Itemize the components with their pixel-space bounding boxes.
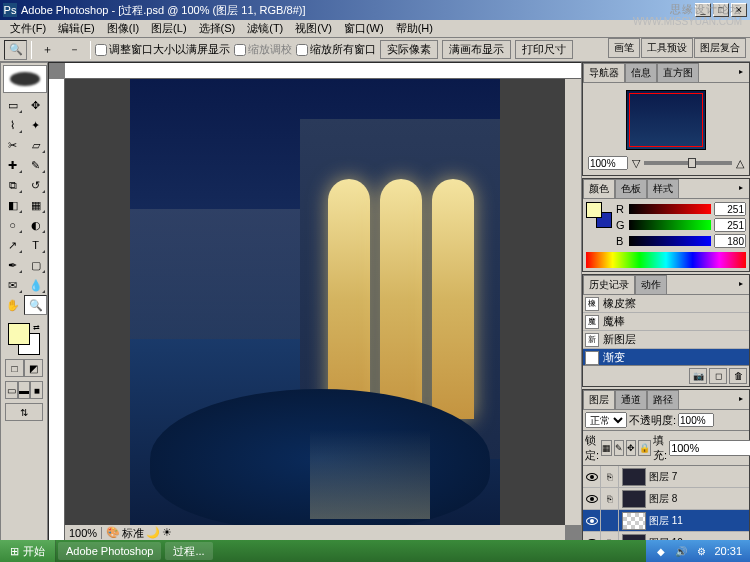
menu-file[interactable]: 文件(F) bbox=[4, 21, 52, 36]
tab-layers[interactable]: 图层 bbox=[583, 390, 615, 409]
tool-wand[interactable]: ✦ bbox=[24, 115, 47, 135]
zoom-in-small-icon[interactable]: △ bbox=[736, 157, 744, 170]
layer-link-icon[interactable]: ⎘ bbox=[601, 466, 619, 487]
tool-lasso[interactable]: ⌇ bbox=[1, 115, 24, 135]
screen-mode-icon[interactable]: 🎨 bbox=[106, 526, 120, 541]
mode-sun-icon[interactable]: ☀ bbox=[162, 526, 172, 541]
document-canvas[interactable] bbox=[130, 79, 500, 525]
menu-edit[interactable]: 编辑(E) bbox=[52, 21, 101, 36]
mode-moon-icon[interactable]: 🌙 bbox=[146, 526, 160, 541]
panel-menu-icon[interactable]: ▸ bbox=[735, 392, 747, 404]
g-slider[interactable] bbox=[629, 220, 711, 230]
layer-visibility-icon[interactable] bbox=[583, 488, 601, 509]
tool-eraser[interactable]: ◧ bbox=[1, 195, 24, 215]
tool-marquee[interactable]: ▭ bbox=[1, 95, 24, 115]
history-new-icon[interactable]: ◻ bbox=[709, 368, 727, 384]
layer-row[interactable]: 图层 11 bbox=[583, 510, 749, 532]
btn-actual-pixels[interactable]: 实际像素 bbox=[380, 40, 438, 59]
layer-thumbnail[interactable] bbox=[622, 490, 646, 508]
color-swatches[interactable]: ⇄ bbox=[8, 323, 40, 355]
tab-actions[interactable]: 动作 bbox=[635, 275, 667, 294]
doctab-brushes[interactable]: 画笔 bbox=[608, 38, 640, 58]
b-input[interactable] bbox=[714, 234, 746, 248]
swap-colors-icon[interactable]: ⇄ bbox=[33, 323, 40, 332]
current-tool-icon[interactable]: 🔍 bbox=[4, 40, 27, 60]
tool-notes[interactable]: ✉ bbox=[1, 275, 24, 295]
lock-pixels-icon[interactable]: ✎ bbox=[614, 440, 624, 456]
tool-brush[interactable]: ✎ bbox=[24, 155, 47, 175]
panel-menu-icon[interactable]: ▸ bbox=[735, 181, 747, 193]
menu-select[interactable]: 选择(S) bbox=[193, 21, 242, 36]
history-delete-icon[interactable]: 🗑 bbox=[729, 368, 747, 384]
lock-all-icon[interactable]: 🔒 bbox=[638, 440, 651, 456]
layer-thumbnail[interactable] bbox=[622, 468, 646, 486]
layer-visibility-icon[interactable] bbox=[583, 510, 601, 531]
history-item[interactable]: 渐渐变 bbox=[583, 349, 749, 365]
layer-row[interactable]: ⎘图层 7 bbox=[583, 466, 749, 488]
tool-history-brush[interactable]: ↺ bbox=[24, 175, 47, 195]
edit-quickmask-mode[interactable]: ◩ bbox=[24, 359, 43, 377]
tool-slice[interactable]: ▱ bbox=[24, 135, 47, 155]
task-doc[interactable]: 过程... bbox=[165, 542, 212, 560]
tool-path[interactable]: ↗ bbox=[1, 235, 24, 255]
navigator-zoom-input[interactable] bbox=[588, 156, 628, 170]
panel-menu-icon[interactable]: ▸ bbox=[735, 277, 747, 289]
tab-color[interactable]: 颜色 bbox=[583, 179, 615, 198]
opacity-input[interactable] bbox=[678, 413, 714, 427]
tool-blur[interactable]: ○ bbox=[1, 215, 24, 235]
tool-crop[interactable]: ✂ bbox=[1, 135, 24, 155]
zoom-in-icon[interactable]: ＋ bbox=[36, 40, 59, 60]
layer-link-icon[interactable]: ⎘ bbox=[601, 488, 619, 509]
tab-styles[interactable]: 样式 bbox=[647, 179, 679, 198]
tool-hand[interactable]: ✋ bbox=[1, 295, 24, 315]
menu-layer[interactable]: 图层(L) bbox=[145, 21, 192, 36]
tool-pen[interactable]: ✒ bbox=[1, 255, 24, 275]
layer-row[interactable]: ⎘图层 8 bbox=[583, 488, 749, 510]
tab-info[interactable]: 信息 bbox=[625, 63, 657, 82]
btn-print-size[interactable]: 打印尺寸 bbox=[515, 40, 573, 59]
layer-visibility-icon[interactable] bbox=[583, 466, 601, 487]
tool-move[interactable]: ✥ bbox=[24, 95, 47, 115]
edit-standard-mode[interactable]: □ bbox=[5, 359, 24, 377]
tool-stamp[interactable]: ⧉ bbox=[1, 175, 24, 195]
start-button[interactable]: ⊞ 开始 bbox=[0, 540, 56, 562]
tool-dodge[interactable]: ◐ bbox=[24, 215, 47, 235]
tab-navigator[interactable]: 导航器 bbox=[583, 63, 625, 82]
color-spectrum[interactable] bbox=[586, 252, 746, 268]
opt-zoom-all[interactable]: 缩放所有窗口 bbox=[296, 42, 376, 57]
navigator-zoom-slider[interactable] bbox=[644, 161, 732, 165]
fill-input[interactable] bbox=[669, 440, 750, 456]
tab-channels[interactable]: 通道 bbox=[615, 390, 647, 409]
zoom-out-icon[interactable]: － bbox=[63, 40, 86, 60]
ruler-horizontal[interactable] bbox=[65, 63, 581, 79]
maximize-button[interactable]: □ bbox=[713, 3, 729, 17]
tab-histogram[interactable]: 直方图 bbox=[657, 63, 699, 82]
r-slider[interactable] bbox=[629, 204, 711, 214]
menu-filter[interactable]: 滤镜(T) bbox=[241, 21, 289, 36]
tool-zoom[interactable]: 🔍 bbox=[24, 295, 47, 315]
panel-fg-swatch[interactable] bbox=[586, 202, 602, 218]
screenmode-fullmenu[interactable]: ▬ bbox=[18, 381, 31, 399]
history-snapshot-icon[interactable]: 📷 bbox=[689, 368, 707, 384]
tab-swatches[interactable]: 色板 bbox=[615, 179, 647, 198]
minimize-button[interactable]: _ bbox=[695, 3, 711, 17]
menu-image[interactable]: 图像(I) bbox=[101, 21, 145, 36]
brush-preview[interactable] bbox=[3, 65, 47, 93]
screenmode-full[interactable]: ■ bbox=[30, 381, 43, 399]
tool-shape[interactable]: ▢ bbox=[24, 255, 47, 275]
layer-link-icon[interactable] bbox=[601, 510, 619, 531]
tray-icon-2[interactable]: 🔊 bbox=[674, 544, 688, 558]
opt-zoom-scrub[interactable]: 缩放调校 bbox=[234, 42, 292, 57]
ruler-vertical[interactable] bbox=[49, 79, 65, 541]
panel-color-swatches[interactable] bbox=[586, 202, 612, 228]
layer-thumbnail[interactable] bbox=[622, 512, 646, 530]
menu-help[interactable]: 帮助(H) bbox=[390, 21, 439, 36]
jump-imageready[interactable]: ⇅ bbox=[5, 403, 43, 421]
tool-type[interactable]: T bbox=[24, 235, 47, 255]
scrollbar-horizontal[interactable]: 100% 🎨 标准 🌙 ☀ bbox=[65, 525, 565, 541]
history-item[interactable]: 魔魔棒 bbox=[583, 313, 749, 331]
history-item[interactable]: 橡橡皮擦 bbox=[583, 295, 749, 313]
lock-transparent-icon[interactable]: ▦ bbox=[601, 440, 612, 456]
zoom-out-small-icon[interactable]: ▽ bbox=[632, 157, 640, 170]
scrollbar-vertical[interactable] bbox=[565, 79, 581, 525]
